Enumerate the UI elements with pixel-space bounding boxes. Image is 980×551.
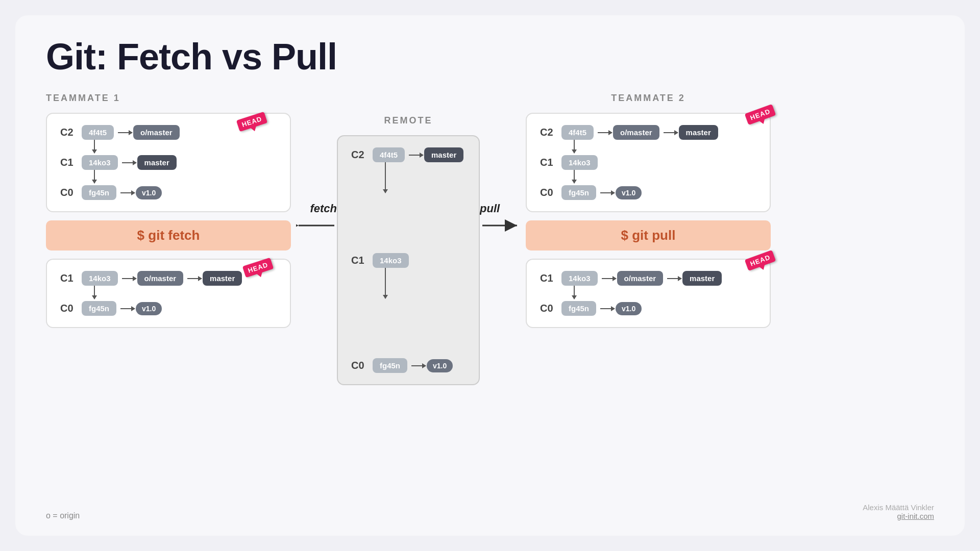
teammate2-label: TEAMMATE 2 xyxy=(526,93,771,104)
t2-before-down-c2 xyxy=(561,140,756,153)
t1-before-c2-row: C2 4f4t5 o/master HEAD xyxy=(60,125,277,140)
remote-c2-group: C2 4f4t5 master xyxy=(351,147,465,193)
t1-before-c1-group: C1 14ko3 master xyxy=(60,155,277,183)
remote-c0-row: C0 fg45n v1.0 xyxy=(351,358,465,373)
t2-after-c1-hash: 14ko3 xyxy=(561,271,598,286)
t2-before-c1-hash: 14ko3 xyxy=(561,155,598,170)
remote-column: REMOTE C2 4f4t5 master xyxy=(337,115,480,385)
fetch-label-area: fetch xyxy=(296,202,337,236)
t1-after-c0-row: C0 fg45n v1.0 xyxy=(60,301,277,316)
t1-before-omaster: o/master xyxy=(133,125,180,140)
pull-arrow-svg xyxy=(480,215,521,236)
arrow-t1a-c1-omaster xyxy=(122,278,136,279)
remote-c2-hash: 4f4t5 xyxy=(373,147,405,162)
remote-box: C2 4f4t5 master C1 xyxy=(337,135,480,385)
remote-master: master xyxy=(424,147,463,162)
fetch-cmd-box: $ git fetch xyxy=(46,220,291,251)
remote-down-c2 xyxy=(373,162,465,193)
t1-after-omaster: o/master xyxy=(137,271,184,286)
t2-before-c1-row: C1 14ko3 xyxy=(540,155,756,170)
t1-before-c0-hash: fg45n xyxy=(82,185,116,200)
t1-after-c1-hash: 14ko3 xyxy=(82,271,118,286)
t2-before-c2-group: C2 4f4t5 o/master master xyxy=(540,125,756,153)
remote-c1-row: C1 14ko3 xyxy=(351,253,465,268)
t1-before-head-badge: HEAD xyxy=(236,112,267,132)
teammate1-label: TEAMMATE 1 xyxy=(46,93,291,104)
remote-c0-hash: fg45n xyxy=(373,358,407,373)
t1-after-down-c1 xyxy=(82,286,277,299)
arrow-t1a-omaster-master xyxy=(187,278,202,279)
attribution: Alexis Määttä Vinkler git-init.com xyxy=(863,503,934,520)
t1-after-c1-group: C1 14ko3 o/master master HEAD xyxy=(60,271,277,299)
t2-before-omaster: o/master xyxy=(613,125,659,140)
footer: o = origin Alexis Määttä Vinkler git-ini… xyxy=(46,503,934,520)
t1-before-down-c1 xyxy=(82,170,277,183)
t2-after-head-badge: HEAD xyxy=(745,250,776,271)
fetch-label: fetch xyxy=(310,202,337,215)
t2-before-c1-group: C1 14ko3 xyxy=(540,155,756,183)
t1-before-master: master xyxy=(137,155,177,170)
teammate1-before-box: C2 4f4t5 o/master HEAD C1 14ko xyxy=(46,113,291,212)
arrow-c1-master xyxy=(122,162,136,163)
t1-before-down-c2 xyxy=(82,140,277,153)
t2-after-tag: v1.0 xyxy=(616,302,642,315)
teammate2-section: TEAMMATE 2 HEAD C2 4f4t5 o/master master xyxy=(526,93,771,328)
arrow-t2a-c0-tag xyxy=(600,308,615,309)
t1-after-c1-row: C1 14ko3 o/master master HEAD xyxy=(60,271,277,286)
remote-label: REMOTE xyxy=(337,115,480,126)
t2-after-c0-hash: fg45n xyxy=(561,301,596,316)
attribution-url: git-init.com xyxy=(863,512,934,520)
t1-after-master: master xyxy=(203,271,242,286)
remote-down-c1 xyxy=(373,268,465,298)
t2-before-c2-hash: 4f4t5 xyxy=(561,125,594,140)
t2-after-down-c1 xyxy=(561,286,756,299)
teammate2-before-box: HEAD C2 4f4t5 o/master master xyxy=(526,113,771,212)
t2-before-master: master xyxy=(679,125,718,140)
arrow-t2-omaster-master xyxy=(664,132,678,133)
teammate2-after-box: HEAD C1 14ko3 o/master master xyxy=(526,259,771,328)
arrow-t2a-c1-omaster xyxy=(602,278,616,279)
remote-c2-row: C2 4f4t5 master xyxy=(351,147,465,162)
pull-label-area: pull xyxy=(480,202,521,236)
fetch-arrow-svg xyxy=(296,215,337,236)
t2-before-tag: v1.0 xyxy=(616,186,642,199)
t1-before-c1-row: C1 14ko3 master xyxy=(60,155,277,170)
arrow-t2-c2-omaster xyxy=(598,132,612,133)
t1-before-c1-hash: 14ko3 xyxy=(82,155,118,170)
t2-before-down-c1 xyxy=(561,170,756,183)
teammate1-after-box: C1 14ko3 o/master master HEAD C0 xyxy=(46,259,291,328)
t2-before-c2-row: C2 4f4t5 o/master master xyxy=(540,125,756,140)
t1-after-tag: v1.0 xyxy=(136,302,162,315)
t2-after-c0-row: C0 fg45n v1.0 xyxy=(540,301,756,316)
page-title: Git: Fetch vs Pull xyxy=(46,36,934,78)
arrow-c0-tag xyxy=(120,192,135,193)
main-columns: TEAMMATE 1 C2 4f4t5 o/master HEAD xyxy=(46,93,934,498)
remote-c1-hash: 14ko3 xyxy=(373,253,409,268)
t2-after-omaster: o/master xyxy=(617,271,664,286)
t2-before-head-badge: HEAD xyxy=(745,104,776,125)
attribution-name: Alexis Määttä Vinkler xyxy=(863,503,934,512)
origin-note: o = origin xyxy=(46,511,80,520)
t1-before-c2-hash: 4f4t5 xyxy=(82,125,114,140)
arrow-remote-c0-tag xyxy=(411,365,426,366)
t2-before-c0-hash: fg45n xyxy=(561,185,596,200)
slide: Git: Fetch vs Pull TEAMMATE 1 C2 4f4t5 o… xyxy=(15,15,965,536)
t1-before-c2-group: C2 4f4t5 o/master HEAD xyxy=(60,125,277,153)
arrow-remote-c2-master xyxy=(409,155,423,156)
t2-after-c1-row: C1 14ko3 o/master master xyxy=(540,271,756,286)
remote-tag: v1.0 xyxy=(427,359,453,372)
t1-after-c0-hash: fg45n xyxy=(82,301,116,316)
t2-after-master: master xyxy=(682,271,722,286)
t1-after-head-badge: HEAD xyxy=(242,258,274,278)
t2-after-c1-group: C1 14ko3 o/master master xyxy=(540,271,756,299)
arrow-t1a-c0-tag xyxy=(120,308,135,309)
teammate1-section: TEAMMATE 1 C2 4f4t5 o/master HEAD xyxy=(46,93,291,328)
pull-cmd-box: $ git pull xyxy=(526,220,771,251)
arrow-t2a-omaster-master xyxy=(667,278,681,279)
remote-c1-group: C1 14ko3 xyxy=(351,253,465,298)
t1-before-c0-row: C0 fg45n v1.0 xyxy=(60,185,277,200)
t1-before-tag: v1.0 xyxy=(136,186,162,199)
t2-before-c0-row: C0 fg45n v1.0 xyxy=(540,185,756,200)
arrow-t2-c0-tag xyxy=(600,192,615,193)
center-section: fetch REMOTE xyxy=(291,93,526,385)
